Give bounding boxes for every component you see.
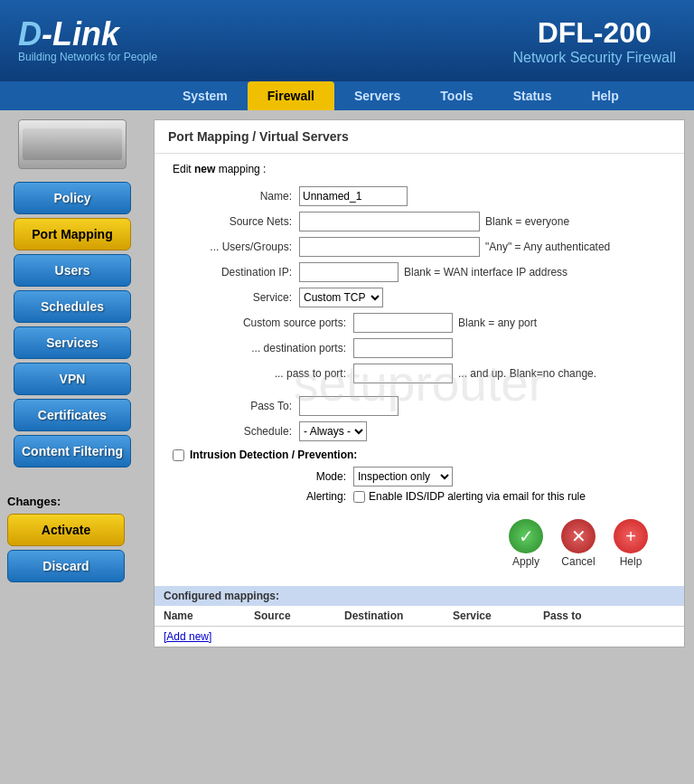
add-new-link[interactable]: [Add new] [164, 630, 211, 643]
apply-icon: ✓ [509, 519, 543, 553]
col-passto: Pass to [543, 609, 675, 622]
dest-ports-input[interactable] [353, 338, 453, 358]
table-header: Name Source Destination Service Pass to [155, 606, 684, 627]
tab-tools[interactable]: Tools [420, 81, 492, 110]
dest-ip-hint: Blank = WAN interface IP address [404, 266, 567, 279]
content-inner: setuprouter Port Mapping / Virtual Serve… [154, 119, 685, 647]
ids-alerting-row: Alerting: Enable IDS/IDP alerting via em… [173, 490, 666, 503]
ids-mode-row: Mode: Inspection only Protection mode [173, 467, 666, 486]
model-subtitle: Network Security Firewall [513, 50, 676, 66]
logo: D-Link Building Networks for People [18, 18, 157, 63]
users-groups-hint: "Any" = Any authenticated [485, 241, 610, 253]
tab-servers[interactable]: Servers [334, 81, 420, 110]
help-button[interactable]: + Help [614, 519, 648, 568]
custom-source-ports-row: Custom source ports: Blank = any port [173, 313, 666, 333]
schedule-label: Schedule: [173, 425, 299, 438]
activate-button[interactable]: Activate [7, 514, 125, 546]
users-groups-label: ... Users/Groups: [173, 241, 299, 253]
pass-to-row: Pass To: [173, 396, 666, 416]
pass-to-port-input[interactable] [353, 364, 453, 383]
changes-label: Changes: [7, 495, 137, 508]
device-body-graphic [23, 128, 122, 160]
ids-alerting-hint: Enable IDS/IDP alerting via email for th… [369, 490, 586, 503]
edit-keyword: new [194, 163, 215, 175]
users-groups-row: ... Users/Groups: "Any" = Any authentica… [173, 237, 666, 257]
dest-ip-input[interactable] [299, 262, 399, 282]
header: D-Link Building Networks for People DFL-… [0, 0, 694, 81]
custom-source-ports-label: Custom source ports: [173, 316, 353, 329]
pass-to-port-label: ... pass to port: [173, 367, 353, 380]
action-buttons: ✓ Apply ✕ Cancel + Help [173, 510, 666, 577]
users-groups-input[interactable] [299, 237, 480, 257]
cancel-icon: ✕ [561, 519, 596, 553]
tab-status[interactable]: Status [493, 81, 572, 110]
service-select[interactable]: Custom TCP Any HTTP HTTPS FTP SSH SMTP P… [299, 288, 383, 307]
pass-to-input[interactable] [299, 396, 399, 416]
ids-label: Intrusion Detection / Prevention: [190, 449, 357, 461]
source-nets-label: Source Nets: [173, 215, 299, 228]
source-nets-input[interactable] [299, 212, 480, 231]
schedules-button[interactable]: Schedules [14, 290, 131, 323]
help-label: Help [620, 555, 642, 568]
schedule-select[interactable]: - Always - Never Custom [299, 421, 367, 441]
col-service: Service [453, 609, 543, 622]
sidebar: Policy Port Mapping Users Schedules Serv… [0, 110, 145, 784]
dlink-logo-text: D-Link [18, 18, 157, 51]
apply-label: Apply [512, 555, 539, 568]
col-source: Source [254, 609, 344, 622]
form-area: Edit new mapping : Name: Source Nets: Bl… [155, 154, 684, 586]
changes-section: Changes: Activate Discard [7, 486, 137, 582]
logo-tagline: Building Networks for People [18, 51, 157, 63]
name-row: Name: [173, 186, 666, 206]
ids-alerting-label: Alerting: [173, 490, 353, 503]
model-name: DFL-200 [513, 16, 676, 50]
name-input[interactable] [299, 186, 408, 206]
dest-ports-row: ... destination ports: [173, 338, 666, 358]
source-nets-row: Source Nets: Blank = everyone [173, 212, 666, 231]
content-area: setuprouter Port Mapping / Virtual Serve… [145, 110, 694, 784]
main-layout: Policy Port Mapping Users Schedules Serv… [0, 110, 694, 784]
services-button[interactable]: Services [14, 326, 131, 359]
cancel-button[interactable]: ✕ Cancel [561, 519, 596, 568]
certificates-button[interactable]: Certificates [14, 399, 131, 431]
ids-section: Intrusion Detection / Prevention: Mode: … [173, 449, 666, 503]
content-wrapper: setuprouter Port Mapping / Virtual Serve… [155, 120, 684, 647]
ids-mode-label: Mode: [173, 470, 353, 483]
dest-ip-label: Destination IP: [173, 266, 299, 279]
add-new-section: [Add new] [155, 627, 684, 647]
tab-firewall[interactable]: Firewall [248, 81, 334, 110]
schedule-row: Schedule: - Always - Never Custom [173, 421, 666, 441]
col-name: Name [164, 609, 254, 622]
custom-source-ports-input[interactable] [353, 313, 453, 333]
page-title: Port Mapping / Virtual Servers [155, 120, 684, 154]
name-label: Name: [173, 190, 299, 203]
nav-tabs: System Firewall Servers Tools Status Hel… [0, 81, 694, 110]
discard-button[interactable]: Discard [7, 550, 125, 582]
pass-to-port-hint: ... and up. Blank=no change. [458, 367, 596, 380]
device-image [18, 119, 127, 169]
cancel-label: Cancel [561, 555, 595, 568]
dest-ip-row: Destination IP: Blank = WAN interface IP… [173, 262, 666, 282]
service-row: Service: Custom TCP Any HTTP HTTPS FTP S… [173, 288, 666, 307]
tab-system[interactable]: System [163, 81, 248, 110]
help-icon: + [614, 519, 648, 553]
edit-label: Edit new mapping : [173, 163, 666, 175]
content-filtering-button[interactable]: Content Filtering [14, 435, 131, 468]
header-title: DFL-200 Network Security Firewall [513, 16, 676, 66]
ids-header: Intrusion Detection / Prevention: [173, 449, 666, 461]
service-label: Service: [173, 291, 299, 304]
policy-button[interactable]: Policy [14, 182, 131, 214]
pass-to-port-row: ... pass to port: ... and up. Blank=no c… [173, 364, 666, 383]
port-mapping-button[interactable]: Port Mapping [14, 218, 131, 250]
ids-checkbox[interactable] [173, 449, 184, 461]
apply-button[interactable]: ✓ Apply [509, 519, 543, 568]
ids-alerting-checkbox[interactable] [353, 491, 365, 503]
vpn-button[interactable]: VPN [14, 363, 131, 395]
source-nets-hint: Blank = everyone [485, 215, 569, 228]
users-button[interactable]: Users [14, 254, 131, 287]
dest-ports-label: ... destination ports: [173, 342, 353, 354]
custom-source-ports-hint: Blank = any port [458, 316, 537, 329]
pass-to-label: Pass To: [173, 400, 299, 412]
tab-help[interactable]: Help [571, 81, 638, 110]
ids-mode-select[interactable]: Inspection only Protection mode [353, 467, 453, 486]
